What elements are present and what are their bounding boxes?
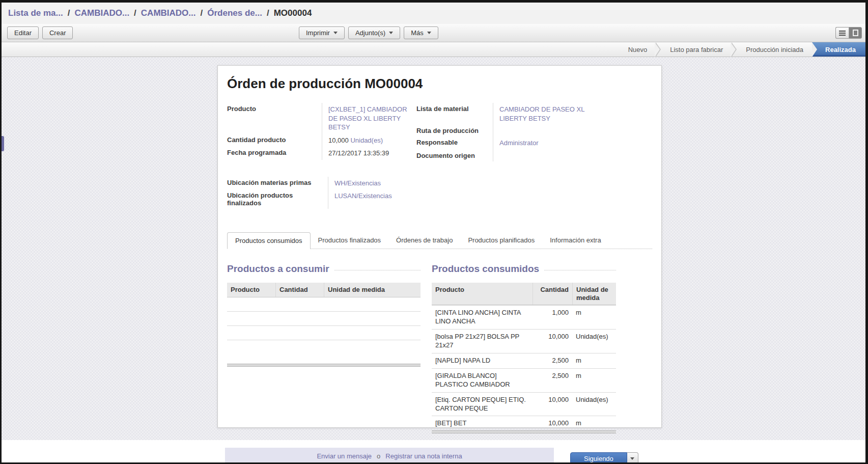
to-consume-empty-space — [227, 340, 421, 364]
breadcrumb: Lista de ma... / CAMBIADO... / CAMBIADO.… — [0, 3, 868, 24]
toolbar: Editar Crear Imprimir Adjunto(s) Más — [0, 24, 868, 42]
cell-qty: 2,500 — [533, 353, 572, 368]
tab-productos-consumidos[interactable]: Productos consumidos — [227, 232, 311, 249]
message-composer-bar: Enviar un mensaje o Registrar una nota i… — [225, 448, 554, 464]
field-label-lista-de-material: Lista de material — [416, 103, 493, 125]
uom-link[interactable]: Unidad(es) — [350, 137, 383, 144]
print-button[interactable]: Imprimir — [299, 26, 345, 39]
field-value-producto: [CXLBET_1] CAMBIADOR DE PASEO XL LIBERTY… — [322, 103, 409, 134]
col-header-unidad-de-medida: Unidad de medida — [572, 283, 616, 305]
edit-button[interactable]: Editar — [7, 26, 39, 39]
breadcrumb-separator: / — [134, 8, 136, 18]
cell-uom: Unidad(es) — [572, 393, 616, 416]
cell-product: [CINTA LINO ANCHA] CINTA LINO ANCHA — [432, 306, 533, 329]
breadcrumb-item-cambiador-1[interactable]: CAMBIADO... — [74, 8, 129, 18]
window-frame-right — [865, 0, 868, 464]
field-value-cantidad-producto: 10,000 Unidad(es) — [322, 134, 409, 147]
list-view-icon — [839, 30, 846, 37]
field-groups-top: Producto [CXLBET_1] CAMBIADOR DE PASEO X… — [227, 103, 652, 161]
window-frame-left — [0, 0, 2, 464]
heading-productos-consumidos: Productos consumidos — [432, 263, 616, 275]
tab-ordenes-de-trabajo[interactable]: Órdenes de trabajo — [388, 232, 460, 249]
or-text: o — [377, 452, 380, 460]
breadcrumb-item-lista-de-materiales[interactable]: Lista de ma... — [8, 8, 63, 18]
field-value-ruta-de-produccion — [493, 125, 604, 137]
status-step-separator — [732, 42, 737, 57]
chatter-area: Enviar un mensaje o Registrar una nota i… — [0, 440, 868, 464]
production-order-sheet: Órden de producción MO00004 Producto [CX… — [217, 65, 662, 428]
table-row[interactable]: [GIRALDA BLANCO] PLASTICO CAMBIADOR 2,50… — [432, 368, 616, 392]
log-internal-note-link[interactable]: Registrar una nota interna — [385, 452, 462, 460]
breadcrumb-current-mo00004: MO00004 — [274, 8, 312, 18]
col-header-producto: Producto — [227, 283, 275, 297]
form-view-button[interactable] — [849, 27, 862, 39]
tab-productos-planificados[interactable]: Productos planificados — [460, 232, 542, 249]
responsable-link[interactable]: Administrator — [499, 139, 539, 147]
cell-qty: 2,500 — [533, 369, 572, 392]
tab-content: Productos a consumir Producto Cantidad U… — [227, 263, 652, 433]
field-value-responsable: Administrator — [493, 137, 604, 150]
col-header-producto: Producto — [432, 283, 533, 305]
tab-informacion-extra[interactable]: Información extra — [542, 232, 608, 249]
main-content: Órden de producción MO00004 Producto [CX… — [0, 57, 868, 440]
heading-productos-a-consumir: Productos a consumir — [227, 263, 421, 275]
cell-product: [bolsa PP 21x27] BOLSA PP 21x27 — [432, 330, 533, 353]
consumed-table-header: Producto Cantidad Unidad de medida — [432, 283, 616, 305]
create-button[interactable]: Crear — [42, 26, 73, 39]
field-value-lista-de-material: CAMBIADOR DE PASEO XL LIBERTY BETSY — [493, 103, 604, 125]
attachments-button-label: Adjunto(s) — [355, 29, 385, 37]
cell-product: [NAPLD] NAPA LD — [432, 353, 533, 368]
print-button-label: Imprimir — [306, 29, 330, 37]
attachments-button[interactable]: Adjunto(s) — [348, 26, 400, 39]
table-row[interactable]: [NAPLD] NAPA LD 2,500 m — [432, 353, 616, 368]
cell-uom: m — [572, 416, 616, 431]
table-row[interactable]: [CINTA LINO ANCHA] CINTA LINO ANCHA 1,00… — [432, 305, 616, 329]
field-group-left: Producto [CXLBET_1] CAMBIADOR DE PASEO X… — [227, 103, 409, 161]
field-value-ubicacion-materias-primas: WH/Existencias — [328, 177, 421, 190]
lista-material-link[interactable]: CAMBIADOR DE PASEO XL LIBERTY BETSY — [499, 105, 584, 122]
cell-product: [Etiq. CARTON PEQUE] ETIQ. CARTON PEQUE — [432, 393, 533, 416]
breadcrumb-item-ordenes[interactable]: Órdenes de... — [207, 8, 262, 18]
table-row[interactable]: [BET] BET 10,000 m — [432, 416, 616, 431]
ubicacion-mp-link[interactable]: WH/Existencias — [334, 179, 381, 187]
cantidad-value: 10,000 — [328, 137, 349, 144]
field-label-documento-origen: Documento origen — [416, 150, 493, 161]
status-step-separator — [656, 42, 661, 57]
field-label-cantidad-producto: Cantidad producto — [227, 134, 322, 147]
cell-qty: 10,000 — [533, 330, 572, 353]
page-title: Órden de producción MO00004 — [227, 76, 652, 92]
tab-productos-finalizados[interactable]: Productos finalizados — [311, 232, 389, 249]
statusbar: Nuevo Listo para fabricar Producción ini… — [0, 42, 868, 57]
to-consume-table-header: Producto Cantidad Unidad de medida — [227, 283, 421, 297]
breadcrumb-separator: / — [201, 8, 203, 18]
more-button[interactable]: Más — [404, 26, 438, 39]
ubicacion-pf-link[interactable]: LUSAN/Existencias — [334, 192, 392, 200]
cell-uom: m — [572, 306, 616, 329]
status-step-nuevo[interactable]: Nuevo — [620, 42, 656, 57]
field-value-documento-origen — [493, 150, 604, 161]
col-header-cantidad: Cantidad — [533, 283, 572, 305]
table-row[interactable]: [Etiq. CARTON PEQUE] ETIQ. CARTON PEQUE … — [432, 392, 616, 416]
cell-product: [BET] BET — [432, 416, 533, 431]
col-header-unidad-de-medida: Unidad de medida — [324, 283, 421, 297]
cell-qty: 10,000 — [533, 393, 572, 416]
list-view-button[interactable] — [835, 27, 849, 39]
send-message-link[interactable]: Enviar un mensaje — [317, 452, 372, 460]
toolbar-actions: Imprimir Adjunto(s) Más — [299, 26, 442, 39]
chevron-down-icon — [389, 32, 393, 34]
cell-uom: m — [572, 353, 616, 368]
chevron-down-icon — [333, 32, 338, 34]
field-label-ubicacion-productos-finalizados: Ubicación productos finalizados — [227, 189, 328, 209]
status-step-listo-para-fabricar[interactable]: Listo para fabricar — [661, 42, 732, 57]
to-consume-table-footer — [227, 364, 421, 367]
chevron-down-icon — [630, 457, 634, 460]
breadcrumb-item-cambiador-2[interactable]: CAMBIADO... — [141, 8, 196, 18]
status-step-produccion-iniciada[interactable]: Producción iniciada — [737, 42, 812, 57]
field-label-fecha-programada: Fecha programada — [227, 147, 322, 160]
to-consume-empty-row — [227, 297, 421, 312]
status-step-realizada-active[interactable]: Realizada — [812, 42, 868, 57]
to-consume-empty-row — [227, 326, 421, 340]
table-row[interactable]: [bolsa PP 21x27] BOLSA PP 21x27 10,000 U… — [432, 329, 616, 353]
producto-link[interactable]: [CXLBET_1] CAMBIADOR DE PASEO XL LIBERTY… — [328, 105, 407, 131]
chevron-down-icon — [427, 32, 431, 34]
